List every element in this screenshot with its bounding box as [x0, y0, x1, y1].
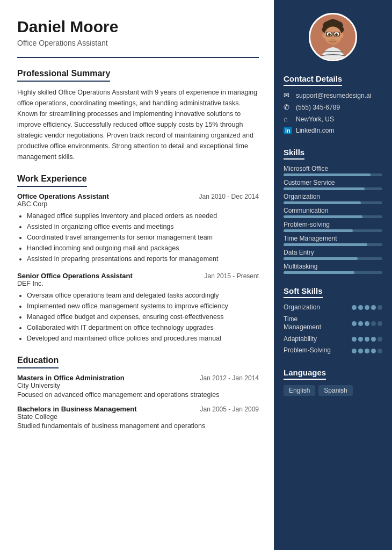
- edu-degree: Bachelors in Business Management: [17, 405, 137, 413]
- edu-desc: Focused on advanced office management an…: [17, 391, 259, 399]
- skill-label: Time Management: [284, 235, 382, 242]
- skill-item: Time Management: [284, 235, 382, 246]
- dot-filled: [352, 349, 357, 353]
- avatar-container: [284, 13, 382, 61]
- dots-container: [352, 305, 382, 310]
- dot-filled: [352, 321, 357, 326]
- skill-bar-bg: [284, 215, 382, 218]
- skill-item: Customer Service: [284, 179, 382, 190]
- skill-label: Communication: [284, 207, 382, 214]
- phone-icon: ✆: [284, 103, 292, 111]
- svg-point-9: [339, 33, 343, 38]
- edu-desc: Studied fundamentals of business managem…: [17, 422, 259, 430]
- svg-point-13: [335, 33, 338, 36]
- contact-linkedin: in LinkedIn.com: [284, 127, 382, 134]
- language-tags: English Spanish: [284, 385, 382, 396]
- edu-school: City University: [17, 382, 259, 389]
- contact-heading: Contact Details: [284, 74, 342, 86]
- skill-bar-fill: [284, 229, 353, 232]
- edu-dates: Jan 2012 - Jan 2014: [200, 374, 259, 382]
- soft-skill-item: TimeManagement: [284, 315, 382, 332]
- candidate-name: Daniel Moore: [17, 17, 259, 37]
- bullet-item: Assisted in preparing presentations and …: [27, 254, 259, 264]
- bullet-item: Coordinated travel arrangements for seni…: [27, 232, 259, 243]
- skill-bar-bg: [284, 243, 382, 246]
- edu-header: Bachelors in Business Management Jan 200…: [17, 405, 259, 413]
- dots-container: [352, 321, 382, 326]
- job-company: ABC Corp: [17, 200, 259, 208]
- email-text: support@resumedesign.ai: [296, 92, 371, 99]
- skill-label: Problem-solving: [284, 221, 382, 228]
- skills-heading: Skills: [284, 148, 304, 160]
- work-experience-heading: Work Experience: [17, 174, 87, 187]
- dot-empty: [371, 321, 376, 326]
- location-text: NewYork, US: [296, 115, 334, 123]
- skill-bar-fill: [284, 215, 362, 218]
- job-title: Senior Office Operations Assistant: [17, 272, 133, 280]
- soft-skill-label: TimeManagement: [284, 315, 352, 332]
- skill-bar-bg: [284, 187, 382, 190]
- dot-filled: [358, 349, 363, 353]
- edu-degree: Masters in Office Administration: [17, 374, 125, 382]
- name-block: Daniel Moore Office Operations Assistant: [17, 17, 259, 47]
- dot-filled: [365, 321, 369, 326]
- job-item: Office Operations Assistant Jan 2010 - D…: [17, 192, 259, 264]
- contact-phone: ✆ (555) 345-6789: [284, 103, 382, 111]
- job-dates: Jan 2015 - Present: [205, 272, 259, 280]
- skill-bar-bg: [284, 257, 382, 260]
- education-heading: Education: [17, 356, 59, 368]
- soft-skill-item: Adaptability: [284, 335, 382, 344]
- summary-heading: Professional Summary: [17, 69, 110, 82]
- summary-section: Professional Summary Highly skilled Offi…: [17, 69, 259, 162]
- skills-section: Skills Microsoft Office Customer Service…: [284, 148, 382, 277]
- dots-container: [352, 337, 382, 342]
- skill-item: Communication: [284, 207, 382, 218]
- dot-empty: [378, 337, 382, 342]
- dot-filled: [365, 337, 369, 342]
- edu-item: Masters in Office Administration Jan 201…: [17, 374, 259, 399]
- job-bullets: Managed office supplies inventory and pl…: [17, 211, 259, 264]
- skill-item: Multitasking: [284, 263, 382, 274]
- bullet-item: Developed and maintained office policies…: [27, 333, 259, 344]
- skill-bar-fill: [284, 243, 367, 246]
- dot-filled: [365, 305, 369, 310]
- skill-label: Microsoft Office: [284, 165, 382, 172]
- dot-filled: [358, 321, 363, 326]
- soft-skill-label: Problem-Solving: [284, 346, 352, 355]
- soft-skills-section: Soft Skills Organization TimeManagement: [284, 286, 382, 358]
- skill-label: Multitasking: [284, 263, 382, 270]
- contact-section: Contact Details ✉ support@resumedesign.a…: [284, 74, 382, 138]
- summary-text: Highly skilled Office Operations Assista…: [17, 87, 259, 162]
- svg-point-17: [328, 39, 338, 44]
- soft-skill-label: Adaptability: [284, 335, 352, 344]
- skill-label: Customer Service: [284, 179, 382, 186]
- dot-filled: [365, 349, 369, 353]
- bullet-item: Managed office supplies inventory and pl…: [27, 211, 259, 221]
- linkedin-icon: in: [284, 127, 292, 134]
- education-section: Education Masters in Office Administrati…: [17, 356, 259, 430]
- left-panel: Daniel Moore Office Operations Assistant…: [0, 0, 274, 550]
- skill-item: Microsoft Office: [284, 165, 382, 176]
- contact-location: ⌂ NewYork, US: [284, 115, 382, 123]
- dot-empty: [378, 349, 382, 353]
- avatar-svg: [310, 13, 355, 61]
- skill-bar-bg: [284, 229, 382, 232]
- dot-filled: [371, 349, 376, 353]
- skill-bar-bg: [284, 271, 382, 274]
- languages-section: Languages English Spanish: [284, 368, 382, 396]
- email-icon: ✉: [284, 91, 292, 99]
- edu-dates: Jan 2005 - Jan 2009: [200, 406, 259, 413]
- language-tag-english: English: [284, 385, 315, 396]
- skill-bar-fill: [284, 257, 358, 260]
- languages-heading: Languages: [284, 368, 326, 380]
- job-bullets: Oversaw office operations team and deleg…: [17, 290, 259, 344]
- job-title: Office Operations Assistant: [17, 192, 109, 200]
- bullet-item: Assisted in organizing office events and…: [27, 221, 259, 232]
- bullet-item: Implemented new office management system…: [27, 301, 259, 312]
- soft-skills-heading: Soft Skills: [284, 286, 323, 298]
- edu-header: Masters in Office Administration Jan 201…: [17, 374, 259, 382]
- dots-container: [352, 349, 382, 353]
- svg-point-12: [328, 33, 331, 36]
- skill-label: Data Entry: [284, 249, 382, 256]
- skill-bar-fill: [284, 201, 361, 204]
